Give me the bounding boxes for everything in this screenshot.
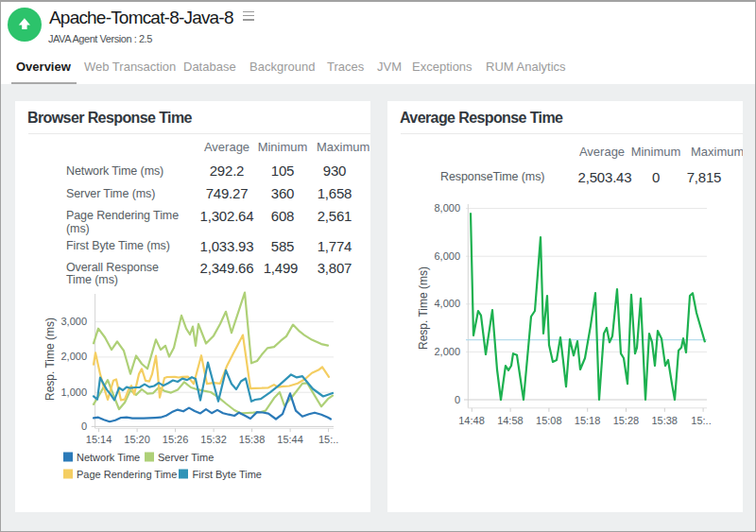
svg-text:15:..: 15:.. (691, 415, 711, 426)
svg-text:15:08: 15:08 (536, 415, 562, 426)
svg-text:15:44: 15:44 (277, 434, 303, 445)
svg-text:6,000: 6,000 (434, 250, 460, 262)
svg-text:8,000: 8,000 (434, 202, 460, 214)
svg-text:15:..: 15:.. (318, 434, 338, 445)
svg-text:15:32: 15:32 (200, 434, 227, 445)
svg-text:15:38: 15:38 (651, 415, 678, 426)
svg-text:1,000: 1,000 (60, 386, 87, 398)
svg-text:Resp. Time (ms): Resp. Time (ms) (417, 266, 430, 350)
svg-text:First Byte Time: First Byte Time (193, 469, 262, 480)
svg-text:2,000: 2,000 (434, 346, 460, 357)
svg-text:4,000: 4,000 (434, 298, 460, 309)
svg-text:2,000: 2,000 (60, 351, 87, 362)
svg-text:0: 0 (455, 394, 460, 405)
svg-text:15:26: 15:26 (163, 434, 189, 445)
svg-text:15:28: 15:28 (613, 415, 640, 426)
svg-text:14:48: 14:48 (458, 415, 485, 426)
svg-text:15:14: 15:14 (86, 434, 112, 445)
svg-text:15:18: 15:18 (575, 415, 601, 426)
svg-text:Server Time: Server Time (158, 452, 214, 463)
svg-text:15:20: 15:20 (124, 434, 150, 445)
svg-text:Network Time: Network Time (77, 452, 140, 463)
svg-text:0: 0 (81, 420, 87, 432)
svg-text:Resp. Time (ms): Resp. Time (ms) (43, 317, 57, 401)
svg-text:Page Rendering Time: Page Rendering Time (77, 469, 177, 480)
svg-text:15:38: 15:38 (239, 434, 266, 445)
svg-text:14:58: 14:58 (497, 415, 524, 426)
svg-text:3,000: 3,000 (60, 316, 87, 327)
